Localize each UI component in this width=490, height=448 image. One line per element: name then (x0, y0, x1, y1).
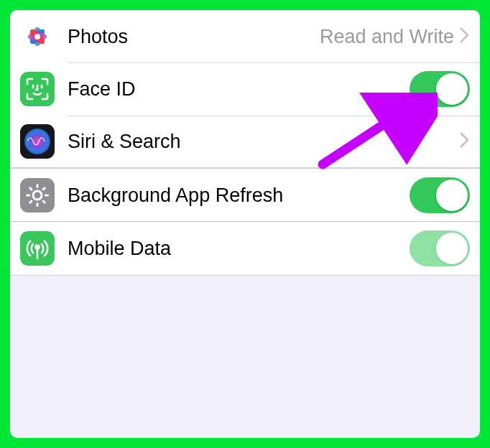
chevron-right-icon (460, 27, 470, 46)
svg-rect-15 (26, 195, 30, 197)
svg-point-12 (33, 191, 42, 200)
svg-rect-14 (37, 202, 39, 207)
row-faceid[interactable]: Face ID (10, 62, 480, 116)
row-mobile-data[interactable]: Mobile Data (10, 222, 480, 275)
chevron-right-icon (460, 132, 470, 151)
svg-rect-18 (29, 200, 33, 204)
row-mobile-data-label: Mobile Data (68, 238, 410, 260)
row-background-refresh-label: Background App Refresh (68, 185, 410, 207)
settings-group-2: Background App Refresh Mobile Data (10, 168, 480, 276)
antenna-icon (20, 231, 55, 266)
row-photos-label: Photos (68, 26, 320, 48)
row-siri[interactable]: Siri & Search (10, 116, 480, 167)
svg-rect-16 (45, 195, 49, 197)
row-photos[interactable]: Photos Read and Write (10, 11, 480, 62)
svg-rect-17 (42, 187, 46, 191)
toggle-mobile-data[interactable] (410, 230, 470, 266)
toggle-background-refresh[interactable] (410, 177, 470, 213)
row-faceid-label: Face ID (68, 78, 410, 101)
row-photos-value: Read and Write (320, 26, 454, 48)
row-siri-label: Siri & Search (68, 131, 460, 153)
svg-rect-20 (42, 200, 46, 204)
photos-icon (20, 19, 55, 54)
settings-group-1: Photos Read and Write (10, 10, 480, 168)
toggle-faceid[interactable] (410, 71, 470, 107)
svg-point-8 (34, 34, 40, 39)
gear-icon (20, 178, 55, 213)
row-background-refresh[interactable]: Background App Refresh (10, 169, 480, 222)
settings-panel: Photos Read and Write (10, 10, 480, 438)
svg-rect-19 (29, 187, 33, 191)
svg-point-11 (24, 129, 50, 154)
faceid-icon (20, 72, 55, 106)
svg-rect-13 (37, 184, 39, 188)
siri-icon (20, 124, 55, 159)
